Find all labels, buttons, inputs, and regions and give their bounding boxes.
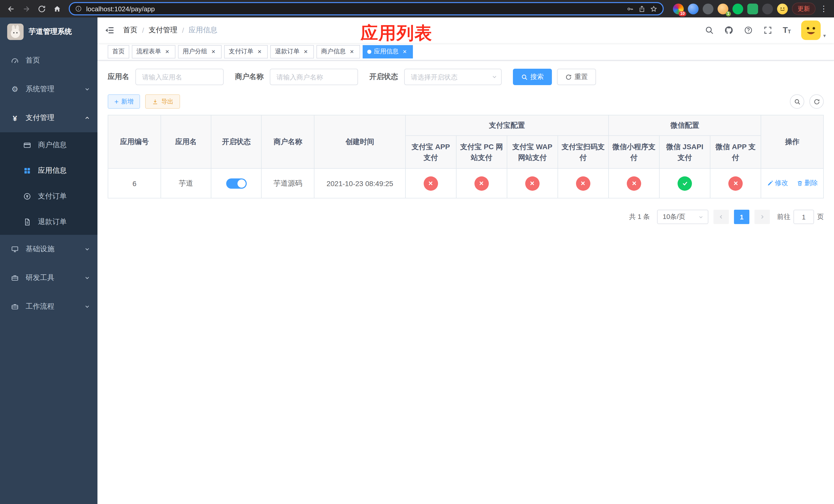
delete-link[interactable]: 删除: [796, 179, 818, 188]
close-icon[interactable]: ×: [210, 48, 217, 55]
plus-icon: +: [114, 98, 118, 105]
reload-icon[interactable]: [35, 2, 48, 15]
sidebar-item-pay-order[interactable]: 支付订单: [0, 184, 97, 209]
extensions-area: 10 1 更新 ⋮: [673, 3, 828, 15]
sidebar-collapse-icon[interactable]: [105, 25, 115, 36]
payment-submenu: 商户信息 应用信息 支付订单: [0, 132, 97, 235]
app-logo-row: 芋道管理系统: [0, 18, 97, 46]
next-page-button[interactable]: [754, 210, 770, 224]
close-icon[interactable]: ×: [401, 48, 408, 55]
extension-dark-globe-icon[interactable]: [703, 3, 714, 14]
url-text[interactable]: localhost:1024/pay/app: [86, 5, 622, 13]
col-merchant: 商户名称: [261, 115, 314, 168]
sidebar-item-workflow[interactable]: 工作流程: [0, 292, 97, 321]
user-avatar[interactable]: ▾: [801, 21, 826, 40]
page-jump-input[interactable]: [793, 210, 814, 224]
sidebar-item-refund-order[interactable]: 退款订单: [0, 209, 97, 235]
cell-wechat-app: [710, 168, 761, 198]
reset-button[interactable]: 重置: [557, 69, 596, 85]
bookmark-star-icon[interactable]: [650, 5, 658, 13]
back-icon[interactable]: [4, 2, 18, 15]
breadcrumb-home[interactable]: 首页: [123, 26, 137, 35]
page-content: 应用名 商户名称 开启状态: [97, 61, 834, 504]
site-info-icon[interactable]: [75, 5, 82, 12]
edit-link[interactable]: 修改: [767, 179, 788, 188]
extension-avatar-icon[interactable]: 1: [718, 3, 728, 14]
chevron-up-icon: [84, 115, 90, 121]
browser-window: localhost:1024/pay/app 10 1: [0, 0, 834, 504]
browser-update-button[interactable]: 更新: [792, 3, 815, 15]
sidebar-item-label: 系统管理: [26, 85, 54, 94]
sidebar-item-home[interactable]: 首页: [0, 46, 97, 75]
status-switch[interactable]: [226, 178, 246, 188]
tag-process-form[interactable]: 流程表单 ×: [132, 45, 175, 58]
sidebar-item-merchant-info[interactable]: 商户信息: [0, 132, 97, 158]
extension-blue-drop-icon[interactable]: [688, 3, 699, 14]
page-number-current[interactable]: 1: [734, 210, 749, 224]
tag-user-group[interactable]: 用户分组 ×: [178, 45, 222, 58]
url-bar[interactable]: localhost:1024/pay/app: [69, 2, 664, 15]
close-icon[interactable]: ×: [163, 48, 171, 55]
tag-refund-order[interactable]: 退款订单 ×: [270, 45, 314, 58]
home-icon[interactable]: [50, 2, 64, 15]
toolbox-icon: [10, 274, 20, 282]
tag-home[interactable]: 首页: [108, 45, 129, 58]
browser-menu-icon[interactable]: ⋮: [820, 4, 828, 13]
col-alipay-pc: 支付宝 PC 网站支付: [456, 136, 507, 168]
browser-chrome: localhost:1024/pay/app 10 1: [0, 0, 834, 18]
add-button[interactable]: + 新增: [108, 94, 140, 109]
status-mark: [525, 176, 540, 190]
font-size-icon[interactable]: TT: [783, 26, 791, 35]
tag-pay-order[interactable]: 支付订单 ×: [224, 45, 268, 58]
caret-down-icon: ▾: [823, 33, 826, 40]
forward-icon[interactable]: [20, 2, 33, 15]
extension-green-square-icon[interactable]: [747, 3, 758, 14]
sidebar-item-app-info[interactable]: 应用信息: [0, 158, 97, 184]
tag-app-info[interactable]: 应用信息 ×: [363, 45, 413, 58]
close-icon[interactable]: ×: [256, 48, 263, 55]
github-icon[interactable]: [724, 26, 733, 35]
sidebar-item-system[interactable]: ⚙ 系统管理: [0, 75, 97, 104]
col-wechat-jsapi: 微信 JSAPI 支付: [659, 136, 710, 168]
close-icon[interactable]: ×: [302, 48, 309, 55]
app-name-input[interactable]: [135, 69, 224, 85]
cell-merchant: 芋道源码: [261, 168, 314, 198]
app-table: 应用编号 应用名 开启状态 商户名称 创建时间 支付宝配置 微信配置 操作 支付…: [108, 115, 824, 199]
col-alipay-app: 支付宝 APP 支付: [405, 136, 456, 168]
main-area: 应用列表 首页 / 支付管理 / 应用信息: [97, 18, 834, 504]
page-size-select[interactable]: 10条/页: [657, 210, 708, 224]
password-key-icon[interactable]: [626, 5, 634, 13]
refresh-button[interactable]: [809, 94, 824, 109]
active-dot: [367, 49, 371, 53]
page-unit-label: 页: [817, 212, 824, 222]
merchant-name-input[interactable]: [270, 69, 358, 85]
chevron-down-icon: [84, 303, 90, 310]
sidebar-item-payment[interactable]: ¥ 支付管理: [0, 104, 97, 132]
chevron-left-icon: [718, 214, 724, 220]
fullscreen-icon[interactable]: [763, 26, 772, 35]
col-group-alipay: 支付宝配置: [405, 115, 609, 136]
sidebar-item-label: 退款订单: [38, 217, 67, 227]
status-select[interactable]: [404, 69, 502, 85]
search-button[interactable]: 搜索: [513, 69, 552, 85]
help-icon[interactable]: [744, 26, 753, 35]
prev-page-button[interactable]: [714, 210, 729, 224]
page-title: 应用列表: [360, 22, 432, 45]
sidebar-item-dev-tools[interactable]: 研发工具: [0, 264, 97, 292]
share-icon[interactable]: [638, 5, 646, 13]
breadcrumb-payment[interactable]: 支付管理: [149, 26, 177, 35]
extension-pin-icon[interactable]: [762, 3, 773, 14]
extension-wechat-icon[interactable]: [732, 3, 743, 14]
toggle-search-button[interactable]: [790, 94, 804, 109]
extension-colorwheel-icon[interactable]: 10: [673, 3, 684, 14]
export-button[interactable]: 导出: [145, 94, 180, 109]
close-icon[interactable]: ×: [348, 48, 355, 55]
tag-merchant-info[interactable]: 商户信息 ×: [316, 45, 360, 58]
filter-app-name: 应用名: [108, 69, 224, 85]
header-search-icon[interactable]: [705, 26, 714, 35]
cell-alipay-pc: [456, 168, 507, 198]
extension-emoji-icon[interactable]: [777, 3, 788, 14]
col-app-id: 应用编号: [108, 115, 161, 168]
col-alipay-scan: 支付宝扫码支付: [558, 136, 609, 168]
sidebar-item-infrastructure[interactable]: 基础设施: [0, 235, 97, 264]
